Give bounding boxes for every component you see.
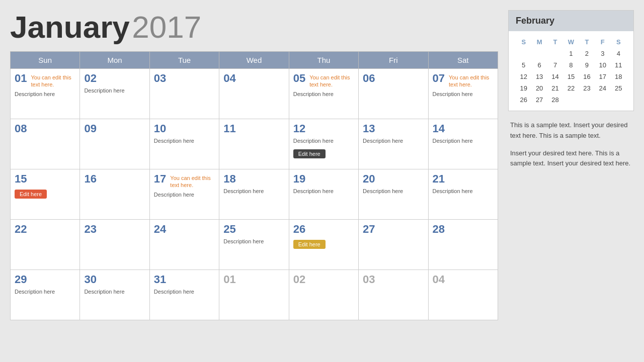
- mini-calendar-body: SMTWTFS 12345678910111213141516171819202…: [509, 31, 633, 111]
- mini-cal-day[interactable]: 6: [531, 59, 547, 71]
- day-number: 01: [15, 72, 27, 85]
- calendar-cell: 14Description here: [428, 119, 498, 169]
- cell-description: Description here: [154, 137, 215, 145]
- mini-cal-day[interactable]: 26: [516, 94, 531, 106]
- mini-cal-day[interactable]: 9: [579, 59, 595, 71]
- mini-cal-day[interactable]: 20: [531, 82, 547, 94]
- calendar-cell: 12Description hereEdit here: [289, 119, 358, 169]
- day-number: 25: [223, 223, 235, 236]
- calendar-body: 01You can edit this text here.Descriptio…: [11, 69, 498, 320]
- cell-description: Description here: [433, 137, 494, 145]
- mini-cal-day: [547, 48, 563, 59]
- cell-description: Description here: [223, 238, 284, 245]
- weekday-wed: Wed: [219, 52, 289, 69]
- mini-calendar: February SMTWTFS 12345678910111213141516…: [508, 10, 634, 111]
- mini-cal-day: [611, 94, 626, 106]
- calendar-table: SunMonTueWedThuFriSat 01You can edit thi…: [10, 51, 498, 320]
- day-number: 01: [223, 273, 235, 286]
- calendar-cell: 02: [289, 270, 358, 320]
- calendar-cell: 19Description here: [289, 169, 358, 220]
- calendar-title: January 2017: [10, 10, 498, 44]
- calendar-cell: 20Description here: [359, 169, 428, 220]
- mini-cal-day[interactable]: 27: [531, 94, 547, 106]
- cell-description: Description here: [84, 87, 145, 95]
- cell-description: Description here: [433, 188, 494, 195]
- mini-cal-day-header: T: [547, 36, 563, 48]
- edit-button[interactable]: Edit here: [293, 149, 326, 158]
- calendar-week-1: 01You can edit this text here.Descriptio…: [11, 69, 498, 119]
- mini-cal-day[interactable]: 18: [611, 71, 626, 82]
- mini-cal-day[interactable]: 3: [595, 48, 610, 59]
- mini-cal-day[interactable]: 5: [516, 59, 531, 71]
- mini-cal-day[interactable]: 4: [611, 48, 626, 59]
- day-number: 27: [363, 223, 375, 236]
- calendar-cell: 06: [359, 69, 428, 119]
- editable-hint[interactable]: You can edit this text here.: [170, 174, 215, 189]
- cell-description: Description here: [154, 191, 215, 199]
- edit-button[interactable]: Edit here: [293, 240, 326, 249]
- mini-cal-day-header: S: [611, 36, 626, 48]
- mini-cal-day: [516, 48, 531, 59]
- mini-cal-day[interactable]: 13: [531, 71, 547, 82]
- day-number: 19: [293, 172, 305, 186]
- calendar-week-4: 22232425Description here26Edit here2728: [11, 220, 498, 270]
- mini-calendar-days-header: SMTWTFS: [516, 36, 626, 48]
- editable-hint[interactable]: You can edit this text here.: [31, 74, 75, 88]
- day-number: 21: [433, 172, 445, 186]
- mini-cal-day[interactable]: 17: [595, 71, 610, 82]
- day-number: 04: [223, 72, 235, 85]
- weekday-header: SunMonTueWedThuFriSat: [11, 52, 498, 69]
- mini-cal-day[interactable]: 12: [516, 71, 531, 82]
- day-number: 16: [84, 172, 96, 186]
- day-number: 31: [154, 273, 166, 286]
- day-number: 17: [154, 172, 166, 186]
- day-number: 24: [154, 223, 166, 236]
- mini-cal-day[interactable]: 16: [579, 71, 595, 82]
- calendar-cell: 15Edit here: [11, 169, 80, 220]
- mini-cal-week: 1234: [516, 48, 626, 59]
- edit-button[interactable]: Edit here: [15, 190, 47, 199]
- mini-cal-day[interactable]: 19: [516, 82, 531, 94]
- mini-cal-day: [563, 94, 579, 106]
- mini-cal-day[interactable]: 14: [547, 71, 563, 82]
- calendar-week-3: 15Edit here1617You can edit this text he…: [11, 169, 498, 220]
- calendar-cell: 10Description here: [149, 119, 219, 169]
- cell-description: Description here: [154, 288, 215, 296]
- calendar-cell: 01You can edit this text here.Descriptio…: [11, 69, 80, 119]
- mini-cal-day[interactable]: 11: [611, 59, 626, 71]
- calendar-cell: 03: [149, 69, 219, 119]
- calendar-cell: 02Description here: [80, 69, 149, 119]
- day-number: 04: [433, 273, 445, 286]
- cell-description: Description here: [433, 90, 494, 98]
- mini-cal-day[interactable]: 7: [547, 59, 563, 71]
- mini-cal-day[interactable]: 24: [595, 82, 610, 94]
- mini-cal-day-header: F: [595, 36, 610, 48]
- cell-description: Description here: [223, 188, 284, 195]
- day-number: 05: [293, 72, 305, 85]
- mini-cal-day[interactable]: 25: [611, 82, 626, 94]
- day-number: 13: [363, 122, 375, 135]
- calendar-cell: 01: [219, 270, 289, 320]
- mini-cal-day[interactable]: 1: [563, 48, 579, 59]
- mini-cal-day[interactable]: 22: [563, 82, 579, 94]
- editable-hint[interactable]: You can edit this text here.: [309, 74, 354, 88]
- day-number: 02: [293, 273, 305, 286]
- mini-cal-day-header: W: [563, 36, 579, 48]
- calendar-cell: 11: [219, 119, 289, 169]
- day-number: 06: [363, 72, 375, 85]
- day-number: 15: [15, 172, 27, 186]
- mini-cal-week: 12131415161718: [516, 71, 626, 82]
- mini-cal-day[interactable]: 15: [563, 71, 579, 82]
- mini-cal-day[interactable]: 23: [579, 82, 595, 94]
- weekday-sun: Sun: [11, 52, 80, 69]
- mini-cal-day[interactable]: 28: [547, 94, 563, 106]
- weekday-fri: Fri: [359, 52, 428, 69]
- editable-hint[interactable]: You can edit this text here.: [449, 74, 494, 88]
- mini-cal-day[interactable]: 8: [563, 59, 579, 71]
- mini-cal-day[interactable]: 10: [595, 59, 610, 71]
- mini-cal-day[interactable]: 2: [579, 48, 595, 59]
- calendar-cell: 07You can edit this text here.Descriptio…: [428, 69, 498, 119]
- sidebar-text-1: This is a sample text. Insert your desir…: [510, 120, 632, 141]
- calendar-cell: 04: [428, 270, 498, 320]
- mini-cal-day[interactable]: 21: [547, 82, 563, 94]
